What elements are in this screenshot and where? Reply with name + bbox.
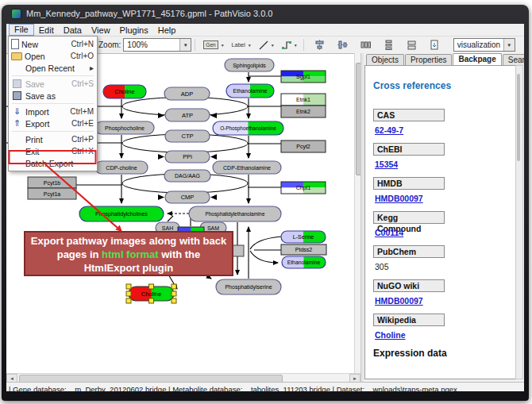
reference-link[interactable]: HMDB00097 (375, 296, 516, 306)
annotation-callout: Export pathway images along with back pa… (24, 231, 233, 276)
node-cdp-choline[interactable]: CDP-choline (95, 161, 148, 174)
reference-link[interactable]: C00114 (375, 228, 516, 237)
svg-text:Etnk1: Etnk1 (296, 97, 310, 102)
tab-backpage[interactable]: Backpage (453, 53, 501, 65)
connector-tool-button[interactable] (279, 37, 300, 52)
node-etnk1[interactable]: Etnk1 (281, 94, 326, 106)
label-tool-icon: Label (232, 42, 245, 48)
align-middle-icon (337, 40, 348, 50)
selection-handle[interactable] (126, 284, 131, 289)
node-sphingolipids[interactable]: Sphingolipids (225, 59, 274, 71)
node-chpt1[interactable]: Chpt1 (281, 182, 326, 194)
combo-arrow-icon[interactable] (503, 39, 515, 51)
file-menu-item-batch-export[interactable]: Batch Export (9, 157, 97, 169)
selection-handle[interactable] (149, 298, 154, 303)
node-phosphatidylethanolamine[interactable]: Phosphatidylethanolamine (189, 206, 281, 221)
menu-plugins[interactable]: Plugins (115, 25, 153, 36)
visualization-combobox[interactable]: visualization (453, 38, 515, 52)
node-adp[interactable]: ADP (164, 87, 210, 100)
combo-arrow-icon[interactable] (179, 39, 191, 51)
node-phosphatidylserine[interactable]: Phosphatidylserine (216, 279, 281, 294)
backpage-panel[interactable]: Cross references CAS62-49-7ChEBI15354HMD… (364, 65, 517, 379)
align-middle-button[interactable] (333, 37, 353, 52)
svg-text:CTP: CTP (182, 133, 194, 140)
node-phosphatidylcholines[interactable]: Phosphatidylcholines (79, 206, 164, 221)
menu-separator (12, 75, 94, 76)
node-pcyt2[interactable]: Pcyt2 (281, 140, 326, 152)
node-cmp[interactable]: CMP (165, 191, 210, 203)
node-cdp-ethanolamine[interactable]: CDP-Ethanolamine (213, 161, 281, 174)
file-menu-item-export[interactable]: ExportCtrl+E (9, 117, 97, 129)
reference-link[interactable]: 62-49-7 (375, 125, 516, 135)
tab-objects[interactable]: Objects (366, 54, 404, 65)
menu-file[interactable]: File (9, 24, 34, 36)
file-menu-item-exit[interactable]: ExitCtrl+X (9, 145, 97, 157)
node-pcyt1a[interactable]: Pcyt1a (28, 188, 76, 199)
file-menu-item-print[interactable]: PrintCtrl+P (9, 133, 97, 145)
screenshot-root: { "window": { "title": "Mm_Kennedy_pathw… (0, 0, 532, 404)
title-bar[interactable]: Mm_Kennedy_pathway_WP1771_45176.gpml - P… (2, 5, 529, 22)
node-dag-aag[interactable]: DAG/AAG (164, 170, 210, 182)
gene-tool-button[interactable]: Gen (201, 37, 226, 52)
scrollbar-thumb[interactable] (517, 74, 520, 161)
selection-handle[interactable] (149, 284, 154, 289)
menu-item-label: Save as (25, 91, 89, 101)
selection-handle[interactable] (172, 298, 176, 303)
menu-data[interactable]: Data (59, 25, 87, 36)
page-export-button[interactable] (425, 37, 445, 52)
blank-icon (11, 158, 23, 168)
visualization-value: visualization (457, 40, 500, 49)
file-menu-item-open[interactable]: OpenCtrl+O (9, 50, 97, 62)
node-choline[interactable]: Choline (103, 85, 146, 98)
selection-handle[interactable] (172, 291, 176, 296)
distribute-horizontal-button[interactable] (356, 37, 376, 52)
section-title: NuGO wiki (373, 279, 445, 292)
tab-search[interactable]: Search (503, 54, 524, 65)
file-menu-item-save-as[interactable]: Save as (9, 90, 97, 102)
svg-text:Ethanolamine: Ethanolamine (287, 260, 321, 265)
selection-handle[interactable] (172, 284, 176, 289)
node-sgpl1[interactable]: Sgpl1 (281, 71, 326, 83)
node-ethanolamine[interactable]: Ethanolamine (226, 84, 274, 98)
svg-text:Etnk2: Etnk2 (296, 109, 310, 114)
menu-view[interactable]: View (87, 25, 115, 36)
panel-vertical-scrollbar[interactable] (515, 65, 523, 379)
line-tool-button[interactable] (256, 37, 277, 52)
node-o-phosphoethanolamine[interactable]: O-Phosphoethanolamine (213, 121, 283, 135)
tab-properties[interactable]: Properties (405, 54, 453, 65)
zoom-combobox[interactable]: 100% (123, 38, 191, 52)
label-tool-button[interactable]: Label (229, 37, 254, 52)
reference-link[interactable]: HMDB00097 (375, 194, 516, 203)
app-icon (12, 10, 21, 18)
selection-handle[interactable] (126, 291, 131, 296)
reference-link[interactable]: 15354 (375, 160, 516, 169)
scrollbar-track[interactable] (17, 375, 349, 383)
node-etnk2[interactable]: Etnk2 (281, 106, 326, 117)
section-title: Wikipedia (373, 314, 445, 326)
node-choline-selected[interactable]: Choline (126, 284, 176, 303)
svg-text:DAG/AAG: DAG/AAG (175, 173, 200, 179)
node-ptdss2[interactable]: Ptdss2 (281, 244, 326, 255)
distribute-vertical-button[interactable] (379, 37, 399, 52)
node-l-serine[interactable]: L-Serine (281, 231, 326, 243)
backpage-section-kegg-compound: Kegg CompoundC00114 (373, 211, 516, 237)
selection-handle[interactable] (126, 298, 131, 303)
menu-help[interactable]: Help (153, 25, 181, 36)
file-menu-item-new[interactable]: NewCtrl+N (9, 38, 97, 50)
align-center-button[interactable] (310, 37, 330, 52)
cross-references-heading: Cross references (373, 80, 516, 91)
node-ppi[interactable]: PPi (165, 151, 210, 163)
file-menu-item-save[interactable]: SaveCtrl+S (9, 78, 97, 90)
menu-edit[interactable]: Edit (34, 25, 59, 36)
distribute-horizontal-icon (360, 40, 371, 50)
node-ctp[interactable]: CTP (165, 130, 210, 142)
stack-rows-button[interactable] (402, 37, 422, 52)
node-atp[interactable]: ATP (165, 109, 210, 121)
node-pcyt1b[interactable]: Pcyt1b (28, 177, 76, 188)
node-phosphocholine[interactable]: Phosphocholine (95, 121, 154, 134)
reference-link[interactable]: Choline (375, 330, 516, 340)
node-ethanolamine[interactable]: Ethanolamine (282, 256, 326, 268)
svg-text:ATP: ATP (182, 112, 193, 119)
file-menu-item-import[interactable]: ImportCtrl+M (9, 106, 97, 117)
file-menu-item-open-recent[interactable]: Open Recent▸ (9, 62, 97, 74)
